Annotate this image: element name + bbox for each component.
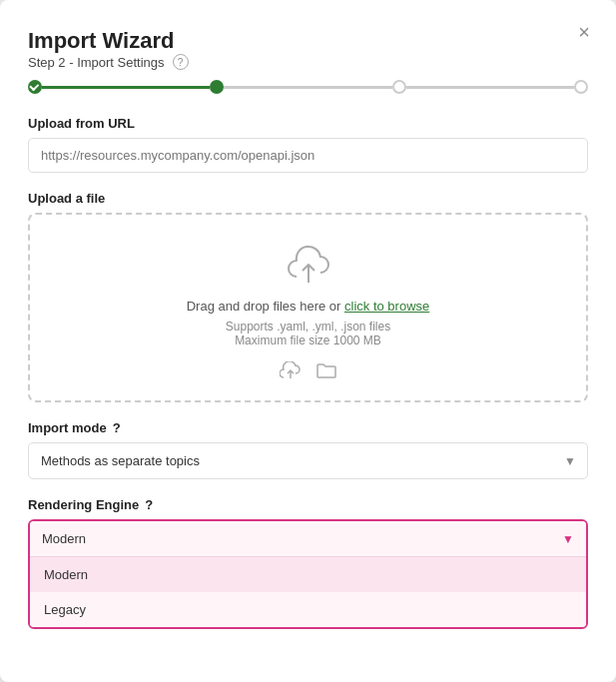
- folder-icon[interactable]: [315, 361, 337, 384]
- import-mode-label: Import mode ?: [28, 420, 588, 435]
- progress-bar: [28, 80, 588, 94]
- step-line-2: [224, 86, 391, 89]
- browse-link[interactable]: click to browse: [344, 299, 429, 314]
- rendering-engine-dropdown[interactable]: Modern ▼ Modern Legacy: [28, 519, 588, 629]
- rendering-engine-selected[interactable]: Modern ▼: [30, 521, 586, 557]
- url-input[interactable]: [28, 138, 588, 173]
- step-line-1: [42, 86, 210, 89]
- upload-file-label: Upload a file: [28, 191, 588, 206]
- step-circle-1: [28, 80, 42, 94]
- step-label-text: Step 2 - Import Settings: [28, 55, 165, 70]
- rendering-engine-section: Rendering Engine ? Modern ▼ Modern Legac…: [28, 497, 588, 629]
- close-button[interactable]: ×: [572, 20, 596, 44]
- rendering-engine-label: Rendering Engine ?: [28, 497, 588, 512]
- step-help-icon[interactable]: ?: [173, 54, 189, 70]
- progress-step-1: [28, 80, 42, 94]
- upload-action-icons: [280, 361, 337, 384]
- rendering-engine-selected-value: Modern: [42, 531, 86, 546]
- progress-step-4: [574, 80, 588, 94]
- step-label: Step 2 - Import Settings ?: [28, 54, 588, 70]
- rendering-engine-option-modern[interactable]: Modern: [30, 557, 586, 592]
- step-circle-2: [210, 80, 224, 94]
- import-wizard-dialog: Import Wizard × Step 2 - Import Settings…: [0, 0, 616, 682]
- progress-step-2: [210, 80, 224, 94]
- upload-url-label: Upload from URL: [28, 116, 588, 131]
- progress-step-3: [392, 80, 406, 94]
- cloud-upload-icon: [285, 245, 332, 289]
- file-upload-area[interactable]: Drag and drop files here or click to bro…: [28, 213, 588, 402]
- rendering-engine-help-icon[interactable]: ?: [145, 497, 153, 512]
- upload-supports-text: Supports .yaml, .yml, .json files Maximu…: [226, 320, 390, 347]
- import-mode-help-icon[interactable]: ?: [113, 420, 121, 435]
- import-mode-select-wrapper: Methods as separate topics ▼: [28, 442, 588, 479]
- upload-cloud-icon[interactable]: [280, 361, 302, 384]
- step-line-3: [406, 86, 574, 89]
- rendering-engine-chevron-icon: ▼: [562, 532, 574, 546]
- step-circle-3: [392, 80, 406, 94]
- upload-drag-text: Drag and drop files here or click to bro…: [187, 299, 430, 314]
- import-mode-select[interactable]: Methods as separate topics: [28, 442, 588, 479]
- step-circle-4: [574, 80, 588, 94]
- dialog-title: Import Wizard: [28, 28, 174, 53]
- rendering-engine-option-legacy[interactable]: Legacy: [30, 592, 586, 627]
